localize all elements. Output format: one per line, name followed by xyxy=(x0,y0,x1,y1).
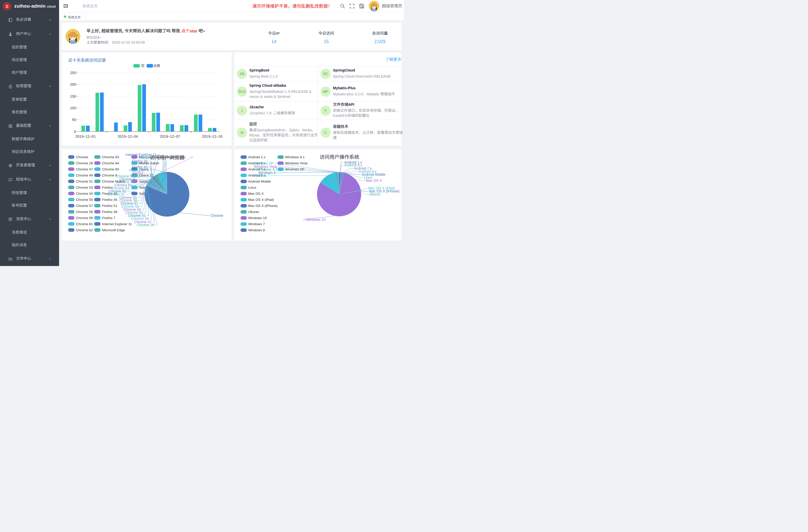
svg-text:Chrome: Chrome xyxy=(76,155,88,159)
svg-text:Windows 7: Windows 7 xyxy=(248,222,265,226)
svg-text:Chrome 55: Chrome 55 xyxy=(76,198,93,202)
svg-text:Windows 8: Windows 8 xyxy=(248,228,265,232)
svg-text:Firefox 51: Firefox 51 xyxy=(102,204,117,208)
svg-text:50: 50 xyxy=(72,118,76,122)
svg-text:Windows 7: Windows 7 xyxy=(253,173,270,178)
svg-text:Internet Explorer 11: Internet Explorer 11 xyxy=(102,222,132,226)
svg-text:Firefox: Firefox xyxy=(102,186,113,189)
svg-text:Chrome 63: Chrome 63 xyxy=(102,155,119,159)
svg-text:2019–12–04: 2019–12–04 xyxy=(117,134,138,139)
svg-text:Android Mobile: Android Mobile xyxy=(248,180,271,183)
svg-text:Chrome 54: Chrome 54 xyxy=(76,192,93,196)
svg-text:Chrome 26: Chrome 26 xyxy=(137,223,154,227)
svg-text:Firefox 56: Firefox 56 xyxy=(102,210,117,214)
svg-text:Chrome 64: Chrome 64 xyxy=(102,161,119,165)
svg-text:Firefox 45: Firefox 45 xyxy=(102,198,117,202)
svg-text:250: 250 xyxy=(70,71,76,75)
svg-text:Windows Vista: Windows Vista xyxy=(285,161,308,165)
svg-text:Chrome 58: Chrome 58 xyxy=(76,210,93,214)
svg-text:Mac OS X (iPad): Mac OS X (iPad) xyxy=(248,198,274,202)
svg-text:100: 100 xyxy=(70,106,76,110)
svg-text:2019–12–10: 2019–12–10 xyxy=(202,134,222,139)
svg-text:2019–12–01: 2019–12–01 xyxy=(75,134,96,139)
svg-text:Ubuntu: Ubuntu xyxy=(369,192,381,196)
svg-text:Chrome 65: Chrome 65 xyxy=(102,167,119,171)
svg-text:A: A xyxy=(360,4,362,8)
svg-text:Chrome 47: Chrome 47 xyxy=(76,167,93,171)
svg-text:150: 150 xyxy=(70,94,76,98)
svg-text:Chrome 62: Chrome 62 xyxy=(76,228,93,232)
svg-text:Ubuntu: Ubuntu xyxy=(248,210,259,214)
svg-text:2019–12–07: 2019–12–07 xyxy=(160,134,180,139)
svg-text:Windows 8.1: Windows 8.1 xyxy=(285,155,305,159)
svg-text:Chrome 57: Chrome 57 xyxy=(76,204,93,208)
svg-text:Chrome 51: Chrome 51 xyxy=(76,180,93,183)
svg-text:200: 200 xyxy=(70,82,76,87)
svg-text:Mac OS X (iPhone): Mac OS X (iPhone) xyxy=(248,204,277,208)
svg-text:Microsoft Edge: Microsoft Edge xyxy=(102,228,125,232)
svg-text:Windows 10: Windows 10 xyxy=(248,216,267,220)
svg-text:Z: Z xyxy=(6,4,8,8)
svg-text:Chrome: Chrome xyxy=(210,214,223,218)
svg-text:Chrome 59: Chrome 59 xyxy=(76,216,93,220)
svg-text:Mac OS X: Mac OS X xyxy=(248,192,264,196)
svg-text:Chrome 61: Chrome 61 xyxy=(76,222,93,226)
svg-text:Linux: Linux xyxy=(248,186,256,189)
svg-text:Mac OS X: Mac OS X xyxy=(366,179,382,183)
svg-text:Firefox 51: Firefox 51 xyxy=(132,161,147,165)
svg-text:Firefox 7: Firefox 7 xyxy=(102,216,115,220)
svg-text:Chrome 26: Chrome 26 xyxy=(76,161,93,165)
svg-text:0: 0 xyxy=(74,130,76,134)
svg-text:Chrome 49: Chrome 49 xyxy=(76,173,93,177)
svg-text:Chrome 53: Chrome 53 xyxy=(76,186,93,189)
svg-text:Android 1.x: Android 1.x xyxy=(248,155,265,159)
svg-text:Chrome 8: Chrome 8 xyxy=(102,173,117,177)
